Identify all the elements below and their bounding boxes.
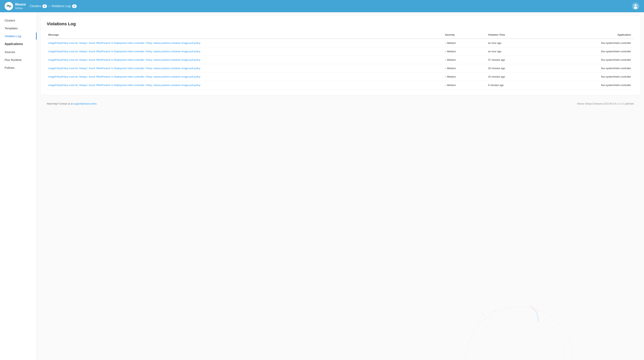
svg-point-9 [482, 313, 484, 315]
svg-point-18 [496, 315, 497, 317]
svg-point-4 [466, 306, 573, 360]
breadcrumb-violations-label: Violations Log [51, 4, 70, 8]
sidebar-templates-label: Templates [4, 27, 18, 30]
col-header-application: Application [544, 31, 634, 39]
cell-violation-time: an hour ago [485, 47, 544, 56]
sidebar-item-policies[interactable]: Policies [0, 64, 36, 71]
header-right [632, 2, 640, 10]
table-row: imagePolicyPolicy must be 'Always'; foun… [47, 39, 634, 47]
svg-point-16 [484, 319, 486, 320]
col-header-message: Message [47, 31, 442, 39]
breadcrumb-arrow: › [48, 4, 50, 8]
table-row: imagePolicyPolicy must be 'Always'; foun… [47, 72, 634, 81]
app-layout: Clusters Templates Violation Log Applica… [0, 12, 644, 360]
table-row: imagePolicyPolicy must be 'Always'; foun… [47, 64, 634, 72]
table-row: imagePolicyPolicy must be 'Always'; foun… [47, 47, 634, 56]
logo-weave: Weave [15, 2, 26, 7]
footer-support-link[interactable]: support@weave.works [74, 102, 97, 105]
col-header-violation-time: Violation Time [485, 31, 544, 39]
cell-message: imagePolicyPolicy must be 'Always'; foun… [47, 64, 442, 72]
cell-severity: – Medium [442, 64, 485, 72]
cell-violation-time: 6 minutes ago [485, 81, 544, 89]
sidebar-item-clusters[interactable]: Clusters [0, 17, 36, 24]
page-title: Violations Log [47, 21, 634, 26]
cell-message: imagePolicyPolicy must be 'Always'; foun… [47, 72, 442, 81]
cell-severity: – Medium [442, 56, 485, 64]
cell-application: flux-system/helm-controller [544, 81, 634, 89]
col-header-severity: Severity [442, 31, 485, 39]
cell-violation-time: 37 minutes ago [485, 56, 544, 64]
cell-severity: – Medium [442, 81, 485, 89]
breadcrumb-clusters-badge: 6 [42, 4, 47, 8]
table-row: imagePolicyPolicy must be 'Always'; foun… [47, 81, 634, 89]
cell-message: imagePolicyPolicy must be 'Always'; foun… [47, 56, 442, 64]
cell-violation-time: an hour ago [485, 39, 544, 47]
cell-severity: – Medium [442, 47, 485, 56]
logo-gitops: GitOps [15, 7, 26, 10]
logo-text: Weave GitOps [15, 2, 26, 9]
cell-application: flux-system/helm-controller [544, 56, 634, 64]
table-header: Message Severity Violation Time Applicat… [47, 31, 634, 39]
breadcrumb-clusters-label: Clusters [30, 4, 41, 8]
breadcrumb-violations-badge: 6 [72, 4, 77, 8]
violation-message-link[interactable]: imagePolicyPolicy must be 'Always'; foun… [48, 58, 200, 61]
violation-message-link[interactable]: imagePolicyPolicy must be 'Always'; foun… [48, 41, 200, 44]
violation-message-link[interactable]: imagePolicyPolicy must be 'Always'; foun… [48, 67, 200, 70]
cell-violation-time: 16 minutes ago [485, 72, 544, 81]
svg-point-15 [479, 321, 480, 322]
footer-help: Need help? Contact us at support@weave.w… [47, 102, 96, 105]
svg-point-6 [481, 322, 558, 360]
violation-message-link[interactable]: imagePolicyPolicy must be 'Always'; foun… [48, 75, 200, 78]
sidebar-item-sources[interactable]: Sources [0, 48, 36, 55]
svg-point-5 [474, 314, 566, 360]
cell-message: imagePolicyPolicy must be 'Always'; foun… [47, 81, 442, 89]
logo-icon [4, 2, 13, 10]
violation-message-link[interactable]: imagePolicyPolicy must be 'Always'; foun… [48, 84, 200, 86]
violations-log-panel: Violations Log Message Severity Violatio… [41, 16, 640, 95]
svg-point-12 [500, 310, 501, 311]
cell-severity: – Medium [442, 39, 485, 47]
sidebar-item-applications[interactable]: Applications [0, 40, 36, 48]
violation-message-link[interactable]: imagePolicyPolicy must be 'Always'; foun… [48, 50, 200, 53]
breadcrumb: Clusters 6 › Violations Log 6 [30, 4, 77, 8]
violations-table: Message Severity Violation Time Applicat… [47, 31, 634, 89]
user-avatar[interactable] [632, 2, 640, 10]
svg-point-10 [488, 312, 489, 313]
app-header: Weave GitOps Clusters 6 › Violations Log… [0, 0, 644, 12]
sidebar-applications-label: Applications [4, 42, 23, 45]
sidebar-policies-label: Policies [4, 66, 14, 69]
sidebar-clusters-label: Clusters [4, 19, 15, 22]
footer-help-text: Need help? Contact us at [47, 102, 74, 105]
table-body: imagePolicyPolicy must be 'Always'; foun… [47, 39, 634, 89]
breadcrumb-violations-log[interactable]: Violations Log 6 [51, 4, 76, 8]
svg-point-7 [489, 329, 550, 360]
svg-point-14 [511, 309, 512, 310]
cell-application: flux-system/helm-controller [544, 39, 634, 47]
cell-message: imagePolicyPolicy must be 'Always'; foun… [47, 47, 442, 56]
footer: Need help? Contact us at support@weave.w… [37, 99, 644, 109]
svg-point-2 [634, 4, 636, 6]
sidebar-item-templates[interactable]: Templates [0, 25, 36, 32]
header-left: Weave GitOps Clusters 6 › Violations Log… [4, 2, 77, 10]
sidebar-flux-runtime-label: Flux Runtime [4, 58, 22, 61]
svg-point-13 [505, 309, 507, 311]
cell-application: flux-system/helm-controller [544, 72, 634, 81]
cell-application: flux-system/helm-controller [544, 47, 634, 56]
footer-version: Weave GitOps Enterprise 2022-06 0.8.1-rc… [577, 102, 634, 105]
bg-decoration [280, 303, 644, 360]
cell-application: flux-system/helm-controller [544, 64, 634, 72]
svg-point-17 [490, 317, 492, 319]
table-row: imagePolicyPolicy must be 'Always'; foun… [47, 56, 634, 64]
sidebar-violation-log-label: Violation Log [4, 34, 21, 38]
svg-point-11 [494, 310, 496, 312]
cell-violation-time: 26 minutes ago [485, 64, 544, 72]
cell-message: imagePolicyPolicy must be 'Always'; foun… [47, 39, 442, 47]
breadcrumb-clusters[interactable]: Clusters 6 [30, 4, 47, 8]
logo[interactable]: Weave GitOps [4, 2, 26, 10]
sidebar-item-flux-runtime[interactable]: Flux Runtime [0, 56, 36, 63]
sidebar-sources-label: Sources [4, 50, 15, 54]
sidebar-item-violation-log[interactable]: Violation Log [0, 32, 36, 40]
sidebar: Clusters Templates Violation Log Applica… [0, 12, 37, 360]
main-content-area: Violations Log Message Severity Violatio… [37, 12, 644, 360]
cell-severity: – Medium [442, 72, 485, 81]
